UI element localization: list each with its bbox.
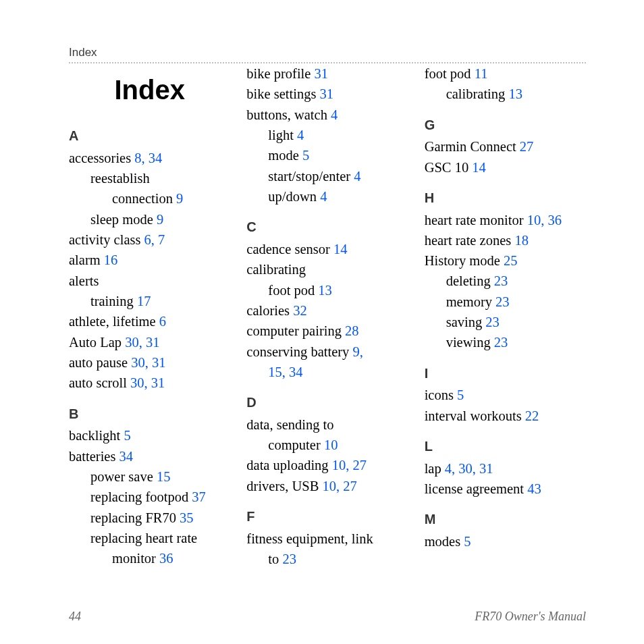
index-entry: alerts	[69, 271, 230, 291]
index-page-ref[interactable]: 23	[282, 552, 296, 566]
index-term: Garmin Connect	[425, 139, 520, 154]
index-entry: heart rate monitor 10, 36	[425, 210, 586, 230]
index-entry: connection 9	[69, 188, 230, 209]
index-entry: icons 5	[425, 385, 586, 405]
index-page-ref[interactable]: 25	[504, 253, 518, 268]
index-page-ref[interactable]: 15, 34	[268, 365, 302, 379]
index-page-ref[interactable]: 23	[494, 335, 508, 350]
index-page-ref[interactable]: 5	[302, 148, 309, 163]
index-term: replacing FR70	[90, 510, 180, 525]
index-page-ref[interactable]: 4, 30, 31	[445, 461, 493, 476]
index-page-ref[interactable]: 6	[159, 314, 166, 329]
index-page-ref[interactable]: 10	[324, 437, 338, 452]
index-term: viewing	[446, 335, 494, 350]
index-entry: to 23	[246, 549, 408, 569]
index-term: training	[90, 294, 137, 308]
index-page-ref[interactable]: 30, 31	[130, 375, 165, 390]
index-entry: History mode 25	[425, 250, 586, 271]
index-page-ref[interactable]: 17	[137, 294, 151, 308]
index-entry: license agreement 43	[425, 479, 586, 499]
index-page-ref[interactable]: 18	[514, 233, 529, 248]
index-entry: accessories 8, 34	[69, 148, 230, 168]
index-term: calibrating	[446, 86, 509, 101]
index-entry: auto scroll 30, 31	[69, 373, 230, 393]
index-term: data uploading	[246, 458, 331, 473]
index-entry: GSC 10 14	[425, 157, 586, 178]
index-term: computer	[268, 437, 324, 452]
index-entry: bike settings 31	[246, 84, 408, 104]
index-page-ref[interactable]: 5	[124, 428, 130, 443]
index-page-ref[interactable]: 5	[464, 534, 471, 549]
index-term: to	[268, 552, 282, 566]
index-page-ref[interactable]: 23	[485, 315, 500, 329]
index-term: auto pause	[69, 355, 131, 370]
index-title: Index	[69, 70, 230, 110]
index-term: accessories	[69, 151, 134, 165]
index-page-ref[interactable]: 13	[508, 86, 522, 101]
index-term: auto scroll	[69, 375, 130, 390]
index-page-ref[interactable]: 11	[475, 66, 488, 81]
index-term: heart rate monitor	[425, 213, 527, 227]
index-page-ref[interactable]: 6, 7	[144, 232, 165, 247]
index-page-ref[interactable]: 32	[293, 303, 307, 318]
index-page-ref[interactable]: 30, 31	[125, 335, 159, 350]
index-entry: mode 5	[246, 145, 408, 165]
index-term: modes	[425, 534, 464, 549]
index-term: drivers, USB	[246, 479, 322, 493]
index-page-ref[interactable]: 13	[318, 283, 332, 298]
index-page-ref[interactable]: 4	[320, 189, 327, 204]
index-page-ref[interactable]: 36	[159, 551, 173, 566]
index-page-ref[interactable]: 22	[525, 408, 539, 423]
index-page-ref[interactable]: 34	[119, 449, 134, 464]
index-columns: IndexAaccessories 8, 34reestablishconnec…	[69, 63, 586, 569]
index-entry: deleting 23	[425, 271, 586, 291]
index-page-ref[interactable]: 8, 34	[134, 151, 162, 165]
index-page-ref[interactable]: 31	[320, 86, 334, 101]
index-page-ref[interactable]: 9,	[352, 344, 363, 359]
index-page-ref[interactable]: 9	[176, 191, 183, 206]
index-page-ref[interactable]: 14	[472, 160, 486, 175]
index-term: foot pod	[268, 283, 318, 298]
index-heading-a: A	[69, 126, 230, 146]
index-term: mode	[268, 148, 302, 163]
index-entry: interval workouts 22	[425, 406, 586, 426]
index-page-ref[interactable]: 5	[457, 387, 464, 402]
index-term: data, sending to	[246, 417, 333, 432]
index-page-ref[interactable]: 16	[104, 252, 118, 267]
index-entry: athlete, lifetime 6	[69, 311, 230, 331]
index-term: alerts	[69, 273, 99, 288]
index-page-ref[interactable]: 23	[494, 273, 508, 288]
index-page-ref[interactable]: 15	[157, 469, 171, 484]
index-page-ref[interactable]: 4	[297, 128, 304, 142]
index-heading-d: D	[246, 393, 408, 413]
index-page-ref[interactable]: 43	[527, 481, 541, 496]
index-page-ref[interactable]: 10, 27	[323, 479, 357, 493]
index-page-ref[interactable]: 23	[495, 294, 510, 309]
index-heading-g: G	[425, 115, 586, 136]
index-page-ref[interactable]: 35	[180, 510, 194, 525]
index-term: batteries	[69, 449, 119, 464]
index-term: backlight	[69, 428, 124, 443]
index-term: calibrating	[246, 262, 306, 277]
index-page-ref[interactable]: 4	[331, 107, 338, 122]
index-page-ref[interactable]: 30, 31	[131, 355, 165, 370]
index-page-ref[interactable]: 31	[315, 66, 329, 81]
page: Index IndexAaccessories 8, 34reestablish…	[0, 0, 644, 644]
index-page-ref[interactable]: 10, 27	[332, 458, 367, 473]
index-page-ref[interactable]: 27	[520, 139, 534, 154]
index-page-ref[interactable]: 28	[345, 323, 359, 338]
index-term: start/stop/enter	[268, 169, 354, 184]
index-page-ref[interactable]: 4	[354, 169, 360, 184]
index-page-ref[interactable]: 14	[333, 242, 348, 257]
index-entry: viewing 23	[425, 332, 586, 352]
index-entry: 15, 34	[246, 362, 408, 382]
index-page-ref[interactable]: 9	[157, 212, 163, 227]
index-page-ref[interactable]: 10, 36	[527, 213, 562, 227]
index-entry: replacing footpod 37	[69, 487, 230, 507]
index-term: light	[268, 128, 297, 142]
index-page-ref[interactable]: 37	[192, 489, 206, 504]
index-entry: saving 23	[425, 312, 586, 332]
index-term: History mode	[425, 253, 504, 268]
index-term: athlete, lifetime	[69, 314, 159, 329]
index-entry: data uploading 10, 27	[246, 455, 408, 475]
